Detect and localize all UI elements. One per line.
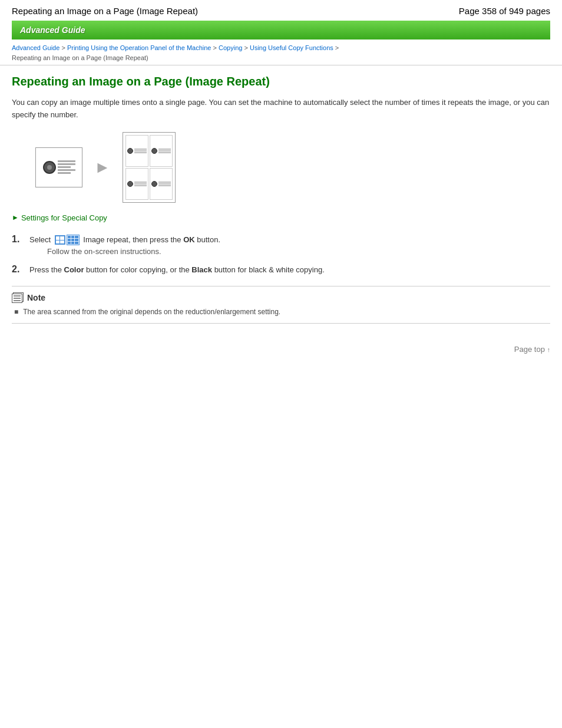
settings-link: ► Settings for Special Copy	[12, 213, 550, 222]
page-top-label: Page top	[514, 345, 545, 354]
settings-for-special-copy-link[interactable]: Settings for Special Copy	[21, 213, 107, 222]
black-label: Black	[191, 265, 212, 274]
up-arrow-icon: ↑	[547, 346, 551, 353]
note-section: Note ■ The area scanned from the origina…	[12, 286, 550, 324]
repeat-icon-right	[67, 235, 80, 245]
multi-page-illustration	[123, 132, 176, 203]
arrow-icon: ►	[94, 158, 111, 177]
breadcrumb-current: Repeating an Image on a Page (Image Repe…	[12, 54, 148, 61]
breadcrumb-link-copying[interactable]: Copying	[219, 44, 242, 51]
main-content: Repeating an Image on a Page (Image Repe…	[0, 65, 562, 335]
step-2-number: 2.	[12, 264, 24, 275]
step-2-content: Press the Color button for color copying…	[29, 264, 325, 276]
breadcrumb: Advanced Guide > Printing Using the Oper…	[0, 39, 562, 65]
page-cell-4	[150, 168, 173, 200]
note-bullet: ■	[14, 307, 18, 317]
step-1-content: Select	[29, 234, 220, 246]
note-label: Note	[27, 293, 45, 302]
note-text: The area scanned from the original depen…	[23, 307, 280, 317]
page-top-section: Page top ↑	[0, 335, 562, 354]
page-title: Repeating an Image on a Page (Image Repe…	[12, 6, 198, 16]
page-cell-3	[125, 168, 148, 200]
step-1-sub: Follow the on-screen instructions.	[29, 247, 220, 256]
note-header: Note	[12, 292, 550, 303]
color-label: Color	[64, 265, 84, 274]
step-1: 1. Select	[12, 234, 550, 256]
step-1-number: 1.	[12, 234, 24, 245]
page-cell-1	[125, 135, 148, 167]
step-2: 2. Press the Color button for color copy…	[12, 264, 550, 276]
image-demo: ►	[12, 132, 550, 203]
steps-section: 1. Select	[12, 234, 550, 277]
image-repeat-icon	[55, 235, 80, 245]
note-icon	[12, 292, 25, 303]
ok-label: OK	[183, 235, 195, 244]
page-top-link[interactable]: Page top ↑	[514, 345, 550, 354]
note-item-1: ■ The area scanned from the original dep…	[12, 307, 550, 317]
pagination: Page 358 of 949 pages	[459, 6, 550, 16]
single-page-illustration	[35, 147, 82, 187]
arrow-green-icon: ►	[12, 213, 19, 222]
intro-text: You can copy an image multiple times ont…	[12, 97, 550, 121]
advanced-guide-bar: Advanced Guide	[12, 21, 550, 39]
page-cell-2	[150, 135, 173, 167]
repeat-icon-left	[55, 235, 65, 245]
breadcrumb-link-printing[interactable]: Printing Using the Operation Panel of th…	[67, 44, 211, 51]
article-title: Repeating an Image on a Page (Image Repe…	[12, 75, 550, 88]
advanced-guide-label: Advanced Guide	[20, 25, 85, 35]
circle-image	[43, 161, 56, 174]
breadcrumb-link-useful-copy[interactable]: Using Useful Copy Functions	[250, 44, 333, 51]
text-lines	[58, 160, 75, 174]
breadcrumb-link-advanced-guide[interactable]: Advanced Guide	[12, 44, 59, 51]
page-header: Repeating an Image on a Page (Image Repe…	[0, 0, 562, 21]
